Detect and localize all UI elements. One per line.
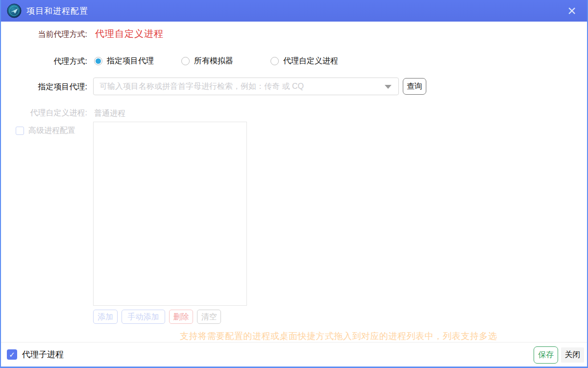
drag-drop-hint: 支持将需要配置的进程或桌面快捷方式拖入到对应的进程列表中，列表支持多选 xyxy=(180,330,497,342)
app-logo-icon xyxy=(7,3,22,18)
checkbox-check-icon: ✓ xyxy=(7,349,17,360)
footer-divider xyxy=(1,342,587,342)
query-button[interactable]: 查询 xyxy=(403,78,426,95)
project-proxy-label: 指定项目代理: xyxy=(1,82,87,92)
process-list[interactable] xyxy=(93,122,247,306)
close-window-icon[interactable]: × xyxy=(564,3,580,18)
current-mode-label: 当前代理方式: xyxy=(1,29,87,40)
radio-custom-process-proxy[interactable]: 代理自定义进程 xyxy=(270,56,338,66)
current-mode-value: 代理自定义进程 xyxy=(95,27,164,40)
combobox-dropdown-arrow-icon[interactable] xyxy=(385,85,392,89)
project-proxy-combobox xyxy=(93,78,399,95)
radio-circle-icon xyxy=(181,57,190,65)
advanced-process-config-checkbox[interactable]: 高级进程配置 xyxy=(16,126,75,136)
close-button[interactable]: 关闭 xyxy=(561,347,584,363)
clear-button[interactable]: 清空 xyxy=(197,310,221,324)
radio-label: 指定项目代理 xyxy=(107,56,154,66)
radio-all-emulators[interactable]: 所有模拟器 xyxy=(181,56,233,66)
add-button[interactable]: 添加 xyxy=(93,310,118,324)
radio-label: 代理自定义进程 xyxy=(283,56,338,66)
radio-circle-icon xyxy=(270,57,279,65)
title-bar: 项目和进程配置 × xyxy=(1,0,587,22)
checkbox-label: 高级进程配置 xyxy=(28,126,75,136)
dialog-window: 项目和进程配置 × 当前代理方式: 代理自定义进程 代理方式: 指定项目代理 所… xyxy=(0,0,588,368)
custom-process-label: 代理自定义进程: xyxy=(1,108,87,118)
delete-button[interactable]: 删除 xyxy=(169,310,193,324)
window-title: 项目和进程配置 xyxy=(26,5,88,17)
radio-label: 所有模拟器 xyxy=(194,56,233,66)
save-button[interactable]: 保存 xyxy=(534,346,558,364)
radio-circle-icon xyxy=(94,57,102,65)
checkbox-box-icon xyxy=(16,127,24,135)
proxy-child-process-checkbox[interactable]: ✓ 代理子进程 xyxy=(7,349,64,360)
proxy-mode-label: 代理方式: xyxy=(1,56,87,67)
custom-process-type-value: 普通进程 xyxy=(94,108,125,119)
project-proxy-input[interactable] xyxy=(94,78,398,95)
radio-specified-project-proxy[interactable]: 指定项目代理 xyxy=(94,56,154,66)
checkbox-label: 代理子进程 xyxy=(22,349,64,360)
manual-add-button[interactable]: 手动添加 xyxy=(122,310,165,324)
